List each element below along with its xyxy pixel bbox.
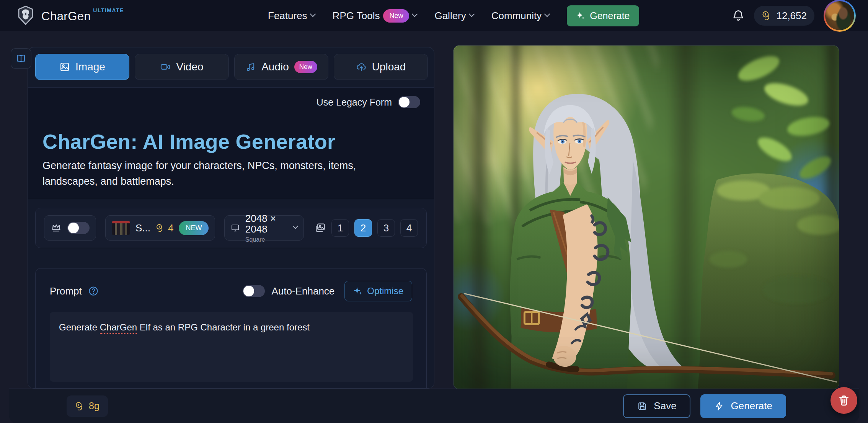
delete-button[interactable] bbox=[830, 387, 857, 414]
coins-icon bbox=[156, 223, 165, 233]
legacy-form-row: Use Legacy Form bbox=[317, 96, 420, 108]
app-root: CharGen ULTIMATE Features RPG Tools New … bbox=[0, 0, 868, 423]
generate-label: Generate bbox=[731, 400, 772, 412]
credits-value: 12,652 bbox=[776, 10, 807, 22]
tab-label: Upload bbox=[372, 61, 406, 73]
brand-crest-icon bbox=[15, 5, 36, 26]
navbar: CharGen ULTIMATE Features RPG Tools New … bbox=[0, 0, 868, 31]
resolution-dropdown[interactable]: 2048 × 2048 Square bbox=[224, 215, 304, 241]
model-cost: 4 bbox=[156, 222, 173, 234]
brand-name: CharGen bbox=[41, 10, 91, 23]
open-book-icon bbox=[16, 53, 26, 64]
help-circle-icon[interactable] bbox=[88, 286, 99, 296]
avatar[interactable] bbox=[824, 0, 856, 32]
brand-tag: ULTIMATE bbox=[93, 7, 124, 13]
new-badge: New bbox=[294, 61, 317, 73]
composer-panel: Image Video Audio New Upload bbox=[28, 47, 434, 389]
nav-generate-button[interactable]: Generate bbox=[567, 5, 639, 26]
count-button-4[interactable]: 4 bbox=[400, 219, 418, 237]
image-count-group: 1 2 3 4 bbox=[315, 219, 418, 237]
nav-item-gallery[interactable]: Gallery bbox=[434, 10, 473, 22]
count-button-2[interactable]: 2 bbox=[354, 219, 372, 237]
image-vignette bbox=[454, 46, 839, 389]
optimise-button[interactable]: Optimise bbox=[344, 281, 412, 301]
resolution-value-block: 2048 × 2048 Square bbox=[245, 213, 289, 243]
prompt-text-spellcheck: CharGen bbox=[100, 322, 137, 334]
nav-right: 12,652 bbox=[732, 0, 856, 31]
tab-audio[interactable]: Audio New bbox=[234, 54, 328, 80]
coins-icon bbox=[762, 10, 772, 21]
premium-toggle-chip[interactable] bbox=[44, 215, 96, 241]
nav-item-label: Gallery bbox=[434, 10, 466, 22]
video-camera-icon bbox=[160, 62, 171, 72]
sparkle-icon bbox=[576, 11, 585, 20]
model-name: S... bbox=[135, 222, 150, 234]
chevron-down-icon bbox=[469, 11, 475, 17]
prompt-tools: Auto-Enhance Optimise bbox=[243, 281, 412, 301]
save-button[interactable]: Save bbox=[623, 394, 690, 418]
brand[interactable]: CharGen ULTIMATE bbox=[15, 6, 124, 26]
count-button-3[interactable]: 3 bbox=[377, 219, 395, 237]
image-icon bbox=[59, 62, 70, 72]
resolution-aspect: Square bbox=[245, 236, 289, 243]
save-label: Save bbox=[654, 400, 676, 412]
nav-item-community[interactable]: Community bbox=[491, 10, 549, 22]
tab-label: Video bbox=[176, 61, 203, 73]
bolt-icon bbox=[714, 401, 724, 411]
page-title: CharGen: AI Image Generator bbox=[42, 130, 335, 153]
model-thumbnail bbox=[112, 221, 130, 235]
credits-balance[interactable]: 12,652 bbox=[754, 6, 814, 26]
tab-label: Image bbox=[75, 61, 105, 73]
hero-section: Use Legacy Form CharGen: AI Image Genera… bbox=[28, 87, 434, 199]
tab-label: Audio bbox=[261, 61, 289, 73]
toggle-knob bbox=[68, 223, 79, 233]
nav-item-label: Features bbox=[268, 10, 307, 22]
model-new-badge: NEW bbox=[179, 221, 209, 235]
tab-video[interactable]: Video bbox=[135, 54, 229, 80]
model-cost-value: 4 bbox=[168, 222, 173, 234]
toggle-knob bbox=[243, 286, 254, 296]
nav-item-label: RPG Tools bbox=[333, 10, 380, 22]
nav-generate-label: Generate bbox=[590, 10, 630, 21]
prompt-card: Prompt Auto-Enhance Optimise bbox=[35, 268, 427, 389]
generated-image-panel[interactable] bbox=[453, 45, 839, 389]
nav-item-rpg-tools[interactable]: RPG Tools New bbox=[333, 9, 417, 23]
docs-book-button[interactable] bbox=[11, 48, 31, 69]
legacy-form-label: Use Legacy Form bbox=[317, 97, 392, 108]
premium-toggle[interactable] bbox=[67, 222, 90, 234]
nav-item-features[interactable]: Features bbox=[268, 10, 315, 22]
auto-enhance-toggle[interactable] bbox=[243, 285, 265, 297]
coins-icon bbox=[75, 401, 85, 411]
chevron-down-icon bbox=[544, 11, 550, 17]
chevron-down-icon bbox=[310, 11, 316, 17]
bell-icon[interactable] bbox=[732, 9, 745, 22]
sparkles-icon bbox=[353, 286, 362, 296]
page-subtitle: Generate fantasy image for your characte… bbox=[42, 158, 402, 189]
generate-button[interactable]: Generate bbox=[700, 394, 786, 418]
toggle-knob bbox=[399, 97, 410, 107]
count-button-1[interactable]: 1 bbox=[331, 219, 349, 237]
crown-icon bbox=[51, 222, 62, 234]
media-tabs: Image Video Audio New Upload bbox=[35, 54, 428, 80]
nav-menu: Features RPG Tools New Gallery Community bbox=[268, 0, 639, 31]
avatar-image bbox=[825, 1, 854, 30]
new-badge: New bbox=[383, 9, 409, 23]
action-bar: 8g Save Generate bbox=[9, 389, 859, 423]
prompt-text: Elf as an RPG Character in a green fores… bbox=[137, 322, 310, 332]
legacy-form-toggle[interactable] bbox=[398, 96, 420, 108]
prompt-input[interactable]: Generate CharGen Elf as an RPG Character… bbox=[50, 312, 413, 382]
resolution-value: 2048 × 2048 bbox=[245, 213, 289, 235]
tab-upload[interactable]: Upload bbox=[334, 54, 428, 80]
music-note-icon bbox=[245, 62, 256, 72]
tab-image[interactable]: Image bbox=[35, 54, 129, 80]
generation-cost-value: 8g bbox=[89, 400, 100, 412]
model-selector[interactable]: S... 4 NEW bbox=[105, 215, 215, 241]
prompt-text: Generate bbox=[59, 322, 100, 332]
monitor-icon bbox=[231, 222, 240, 234]
prompt-header: Prompt Auto-Enhance Optimise bbox=[50, 281, 412, 301]
save-disk-icon bbox=[637, 401, 648, 412]
generation-settings-row: S... 4 NEW 2048 × 2048 Square bbox=[35, 208, 427, 248]
generation-cost-chip: 8g bbox=[67, 395, 108, 417]
chevron-down-icon bbox=[293, 223, 298, 229]
action-buttons: Save Generate bbox=[623, 394, 786, 418]
